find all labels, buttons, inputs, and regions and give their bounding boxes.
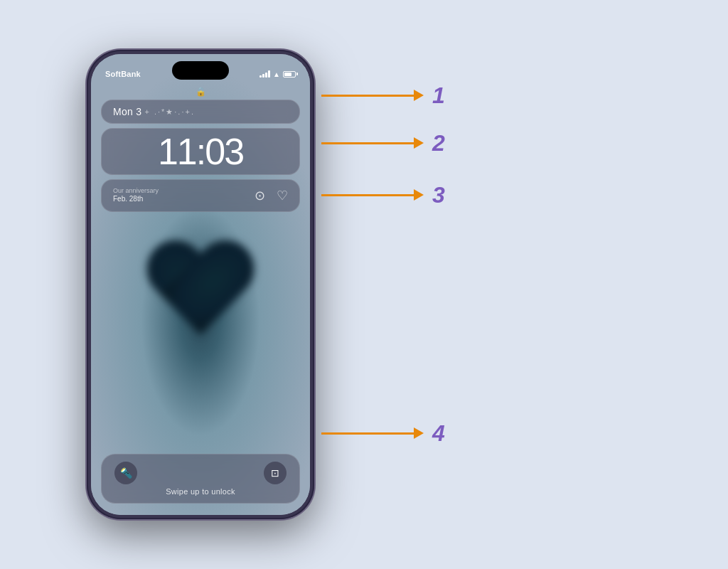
battery-icon <box>283 71 296 78</box>
signal-icon <box>259 70 270 78</box>
bottom-actions: 🔦 ⊡ <box>114 462 287 484</box>
flashlight-button[interactable]: 🔦 <box>114 462 137 484</box>
scene: SoftBank ▲ 🔒 <box>44 7 684 562</box>
status-icons: ▲ <box>259 70 296 78</box>
label-3: 3 <box>432 184 445 206</box>
info-widget: Our anniversary Feb. 28th ⊙ ♡ <box>101 179 300 212</box>
carrier-label: SoftBank <box>105 70 141 78</box>
annotations: 1 2 3 4 <box>321 7 641 562</box>
label-1: 1 <box>432 84 445 107</box>
annotation-2: 2 <box>321 132 445 154</box>
arrow-1 <box>321 90 424 101</box>
anniversary-date: Feb. 28th <box>113 194 159 204</box>
date-widget: Mon 3 + .·*★·.·+. <box>101 100 300 124</box>
label-4: 4 <box>432 422 445 445</box>
arrow-4 <box>321 427 424 439</box>
swipe-label: Swipe up to unlock <box>166 487 235 496</box>
heart-icon[interactable]: ♡ <box>277 188 288 203</box>
date-row: Mon 3 + .·*★·.·+. <box>113 106 288 117</box>
heart-shape <box>144 242 257 349</box>
date-label: Mon 3 <box>113 106 141 117</box>
widget-area: Mon 3 + .·*★·.·+. 11:03 Our anniversary … <box>101 100 300 216</box>
camera-icon: ⊡ <box>271 467 279 479</box>
date-decoration: + .·*★·.·+. <box>144 107 195 117</box>
flashlight-icon: 🔦 <box>120 467 132 479</box>
instagram-icon[interactable]: ⊙ <box>255 188 265 203</box>
anniversary-info: Our anniversary Feb. 28th <box>113 187 159 204</box>
anniversary-label: Our anniversary <box>113 187 159 194</box>
heart-decoration <box>144 242 257 349</box>
arrow-2 <box>321 137 424 149</box>
camera-button[interactable]: ⊡ <box>264 462 287 484</box>
screen: SoftBank ▲ 🔒 <box>91 54 310 515</box>
annotation-1: 1 <box>321 84 445 107</box>
info-icons: ⊙ ♡ <box>255 188 288 203</box>
wifi-icon: ▲ <box>273 70 280 78</box>
annotation-4: 4 <box>321 422 445 445</box>
lock-icon: 🔒 <box>196 87 206 97</box>
label-2: 2 <box>432 132 445 154</box>
phone: SoftBank ▲ 🔒 <box>87 50 314 519</box>
arrow-3 <box>321 189 424 201</box>
dynamic-island <box>172 61 229 80</box>
bottom-bar: 🔦 ⊡ Swipe up to unlock <box>101 454 300 504</box>
clock-widget: 11:03 <box>101 128 300 175</box>
annotation-3: 3 <box>321 184 445 206</box>
clock-time: 11:03 <box>113 133 288 170</box>
